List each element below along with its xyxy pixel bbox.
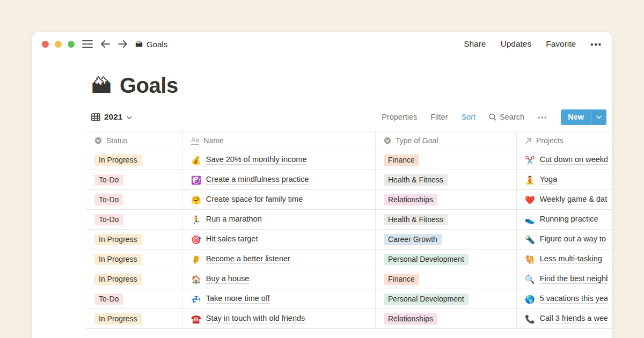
projects-cell[interactable]: 👟 Running practice xyxy=(517,210,612,229)
status-cell[interactable]: To-Do xyxy=(86,190,183,209)
view-switcher[interactable]: 2021 xyxy=(91,112,132,122)
sidebar-toggle-icon[interactable] xyxy=(82,40,93,48)
table-view-icon xyxy=(91,113,100,121)
filter-button[interactable]: Filter xyxy=(430,113,448,121)
project-link[interactable]: 🧘 Yoga xyxy=(525,175,557,185)
project-link[interactable]: 🐫 Less multi-tasking xyxy=(525,254,602,264)
close-window-button[interactable] xyxy=(42,41,49,48)
type-of-goal-cell[interactable]: Health & Fitness xyxy=(376,210,517,229)
page-title: Goals xyxy=(120,74,178,98)
status-badge: In Progress xyxy=(94,234,142,245)
status-cell[interactable]: In Progress xyxy=(86,230,183,249)
name-cell[interactable]: 💤 Take more time off xyxy=(183,289,376,308)
page-link[interactable]: 🎯 Hit sales target xyxy=(191,234,258,244)
status-cell[interactable]: In Progress xyxy=(86,249,183,269)
page-link[interactable]: 👂 Become a better listener xyxy=(191,254,290,264)
search-button[interactable]: Search xyxy=(489,113,524,121)
new-dropdown-chevron-icon[interactable] xyxy=(591,109,606,125)
name-cell[interactable]: 👂 Become a better listener xyxy=(183,249,376,269)
project-link[interactable]: 🔍 Find the best neighb xyxy=(525,274,608,284)
new-button-label[interactable]: New xyxy=(561,109,591,125)
name-cell[interactable]: 🏃 Run a marathon xyxy=(183,210,376,229)
title-property-icon: Aa xyxy=(191,136,199,144)
zoom-window-button[interactable] xyxy=(68,41,75,48)
projects-cell[interactable]: 🧘 Yoga xyxy=(517,170,612,189)
status-cell[interactable]: In Progress xyxy=(86,309,183,328)
goal-title: Create a mindfulness practice xyxy=(206,175,309,185)
goal-title: Hit sales target xyxy=(206,234,258,244)
page-link[interactable]: 🏠 Buy a house xyxy=(191,274,249,284)
status-cell[interactable]: In Progress xyxy=(86,269,183,289)
type-of-goal-cell[interactable]: Health & Fitness xyxy=(376,170,517,189)
project-title: Figure out a way to xyxy=(540,234,606,244)
status-cell[interactable]: To-Do xyxy=(86,170,183,189)
projects-cell[interactable]: 🌎 5 vacations this yea xyxy=(517,289,612,308)
view-toolbar: 2021 Properties Filter Sort Search ••• N… xyxy=(86,108,612,126)
view-more-options-icon[interactable]: ••• xyxy=(538,113,547,121)
page-link[interactable]: 💤 Take more time off xyxy=(191,294,270,304)
name-cell[interactable]: 🤗 Create space for family time xyxy=(183,190,376,209)
projects-cell[interactable]: 🔦 Figure out a way to xyxy=(517,230,612,249)
projects-cell[interactable]: ❤️ Weekly game & date xyxy=(517,190,612,209)
minimize-window-button[interactable] xyxy=(55,41,62,48)
back-arrow-icon[interactable] xyxy=(101,40,110,48)
project-emoji: ❤️ xyxy=(525,196,535,204)
more-options-icon[interactable]: ••• xyxy=(590,40,602,49)
column-label: Projects xyxy=(536,136,564,145)
page-link[interactable]: ☎️ Stay in touch with old friends xyxy=(191,314,305,324)
type-of-goal-cell[interactable]: Career Growth xyxy=(376,230,517,249)
project-title: Yoga xyxy=(540,175,558,185)
column-header-name[interactable]: Aa Name xyxy=(183,131,376,150)
type-of-goal-cell[interactable]: Finance xyxy=(376,150,517,170)
column-header-status[interactable]: Status xyxy=(86,131,183,150)
column-label: Name xyxy=(203,136,223,145)
status-cell[interactable]: In Progress xyxy=(86,150,183,170)
favorite-button[interactable]: Favorite xyxy=(546,39,576,49)
properties-button[interactable]: Properties xyxy=(382,113,417,121)
type-of-goal-cell[interactable]: Personal Development xyxy=(376,249,517,269)
projects-cell[interactable]: ✂️ Cut down on weekd xyxy=(517,150,612,170)
type-of-goal-badge: Health & Fitness xyxy=(384,174,448,186)
breadcrumb[interactable]: 🏔 Goals xyxy=(135,40,167,49)
goal-emoji: 🤗 xyxy=(191,196,201,204)
type-of-goal-cell[interactable]: Relationships xyxy=(376,190,517,209)
projects-cell[interactable]: 📞 Call 3 friends a wee xyxy=(517,309,612,328)
status-cell[interactable]: To-Do xyxy=(86,289,183,308)
status-cell[interactable]: To-Do xyxy=(86,210,183,229)
project-link[interactable]: 🌎 5 vacations this yea xyxy=(525,294,608,304)
column-header-projects[interactable]: Projects xyxy=(517,131,612,150)
updates-button[interactable]: Updates xyxy=(501,39,532,49)
project-link[interactable]: 📞 Call 3 friends a wee xyxy=(525,314,608,324)
page-link[interactable]: 🏃 Run a marathon xyxy=(191,215,262,224)
type-of-goal-badge: Relationships xyxy=(384,194,437,205)
page-link[interactable]: 🤗 Create space for family time xyxy=(191,195,303,204)
project-link[interactable]: ✂️ Cut down on weekd xyxy=(525,155,608,165)
project-link[interactable]: ❤️ Weekly game & date xyxy=(525,195,608,204)
type-of-goal-cell[interactable]: Personal Development xyxy=(376,289,517,308)
name-cell[interactable]: ☯️ Create a mindfulness practice xyxy=(183,170,376,189)
project-title: Find the best neighb xyxy=(540,274,608,284)
project-emoji: 🔍 xyxy=(525,275,535,283)
name-cell[interactable]: 🎯 Hit sales target xyxy=(183,230,376,249)
type-of-goal-badge: Personal Development xyxy=(384,293,469,305)
projects-cell[interactable]: 🔍 Find the best neighb xyxy=(517,269,612,289)
status-badge: In Progress xyxy=(94,313,142,325)
name-cell[interactable]: 🏠 Buy a house xyxy=(183,269,376,289)
page-link[interactable]: 💰 Save 20% of monthly income xyxy=(191,155,307,165)
project-link[interactable]: 🔦 Figure out a way to xyxy=(525,234,606,244)
page-link[interactable]: ☯️ Create a mindfulness practice xyxy=(191,175,309,185)
type-of-goal-cell[interactable]: Relationships xyxy=(376,309,517,328)
column-header-type-of-goal[interactable]: Type of Goal xyxy=(376,131,517,150)
search-icon xyxy=(489,113,496,121)
share-button[interactable]: Share xyxy=(464,39,486,49)
project-link[interactable]: 👟 Running practice xyxy=(525,215,598,224)
new-button[interactable]: New xyxy=(561,109,606,125)
name-cell[interactable]: ☎️ Stay in touch with old friends xyxy=(183,309,376,328)
project-title: Less multi-tasking xyxy=(540,254,602,264)
name-cell[interactable]: 💰 Save 20% of monthly income xyxy=(183,150,376,170)
sort-button[interactable]: Sort xyxy=(461,113,475,121)
forward-arrow-icon[interactable] xyxy=(118,40,127,48)
goal-title: Run a marathon xyxy=(206,215,262,224)
type-of-goal-cell[interactable]: Finance xyxy=(376,269,517,289)
projects-cell[interactable]: 🐫 Less multi-tasking xyxy=(517,249,612,269)
